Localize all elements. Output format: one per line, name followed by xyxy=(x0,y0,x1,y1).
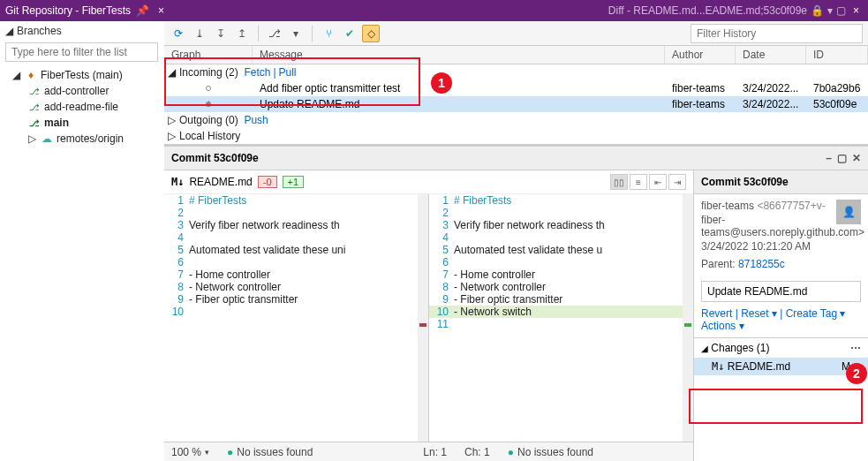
changes-count: Changes (1) xyxy=(711,342,769,354)
branch-icon: ⎇ xyxy=(28,118,41,128)
changed-file-name: README.md xyxy=(728,360,790,373)
code-line[interactable]: 2 xyxy=(164,207,428,219)
commit-message-box[interactable]: Update README.md xyxy=(701,281,861,302)
window-float-icon[interactable]: ▢ xyxy=(836,4,846,17)
col-id[interactable]: ID xyxy=(806,46,868,64)
code-line[interactable]: 11 xyxy=(429,318,693,330)
parent-hash-link[interactable]: 8718255c xyxy=(738,258,785,270)
remotes-node[interactable]: ▷☁remotes/origin xyxy=(25,131,163,147)
close-window-icon[interactable]: × xyxy=(849,4,863,17)
commit-row[interactable]: Add fiber optic transmitter test fiber-t… xyxy=(164,80,868,96)
line-number[interactable]: Ln: 1 xyxy=(423,446,447,458)
parent-label: Parent: xyxy=(701,258,736,270)
commit-dot xyxy=(206,86,211,91)
minimize-icon[interactable]: – xyxy=(826,152,832,164)
push-link[interactable]: Push xyxy=(244,114,268,126)
side-by-side-icon[interactable]: ▯▯ xyxy=(610,174,628,190)
window-split-icon[interactable]: ▾ xyxy=(827,4,833,17)
code-line[interactable]: 8- Network controller xyxy=(164,281,428,293)
code-line[interactable]: 6 xyxy=(164,256,428,268)
branch-main[interactable]: ⎇main xyxy=(25,115,163,131)
code-line[interactable]: 5Automated test validate these uni xyxy=(164,244,428,256)
reset-link[interactable]: Reset ▾ xyxy=(741,307,777,320)
branches-label: Branches xyxy=(17,25,62,37)
code-line[interactable]: 3Verify fiber network readiness th xyxy=(164,219,428,231)
more-icon[interactable]: ⋯ xyxy=(850,342,861,354)
diff-left-pane[interactable]: 1# FiberTests23Verify fiber network read… xyxy=(164,194,429,442)
fetch-link[interactable]: Fetch xyxy=(244,66,270,79)
pin-icon[interactable]: 📌 xyxy=(136,4,149,17)
prev-diff-icon[interactable]: ⇤ xyxy=(649,174,667,190)
branch-filter-input[interactable] xyxy=(5,42,158,62)
check-icon: ● xyxy=(227,446,233,458)
code-line[interactable]: 3Verify fiber network readiness th xyxy=(429,219,693,231)
actions-link[interactable]: Actions ▾ xyxy=(701,320,744,332)
repo-node[interactable]: ◢♦ FiberTests (main) xyxy=(9,67,163,83)
status-bar: 100 % ▾ ●No issues found Ln: 1 Ch: 1 ●No… xyxy=(164,442,693,461)
refresh-icon[interactable]: ⟳ xyxy=(170,25,187,42)
close-tab-icon[interactable]: × xyxy=(155,4,168,17)
zoom-level[interactable]: 100 % ▾ xyxy=(171,446,209,458)
code-line[interactable]: 4 xyxy=(429,231,693,244)
check-icon[interactable]: ✔ xyxy=(341,25,359,42)
tag-icon[interactable]: ◇ xyxy=(362,25,380,42)
code-line[interactable]: 8- Network controller xyxy=(429,281,693,293)
next-diff-icon[interactable]: ⇥ xyxy=(668,174,686,190)
maximize-icon[interactable]: ▢ xyxy=(837,152,847,164)
branch-graph-icon[interactable]: ⎇ xyxy=(266,25,283,42)
code-line[interactable]: 7- Home controller xyxy=(429,268,693,281)
git-repo-title: Git Repository - FiberTests xyxy=(5,4,131,17)
changed-file-item[interactable]: M↓ README.md M xyxy=(694,358,868,375)
revert-link[interactable]: Revert xyxy=(701,307,732,320)
code-line[interactable]: 2 xyxy=(429,207,693,219)
diff-right-pane[interactable]: 1# FiberTests23Verify fiber network read… xyxy=(429,194,693,442)
branch-add-controller[interactable]: ⎇add-controller xyxy=(25,83,163,99)
changes-header[interactable]: ◢ Changes (1) ⋯ xyxy=(694,337,868,358)
char-number[interactable]: Ch: 1 xyxy=(464,446,490,458)
branch-add-readme-file[interactable]: ⎇add-readme-file xyxy=(25,99,163,115)
code-line[interactable]: 9- Fiber optic transmitter xyxy=(429,293,693,306)
commit-date: 3/24/2022 10:21:20 AM xyxy=(701,240,861,253)
outgoing-group[interactable]: ▷Outgoing (0) Push xyxy=(164,112,868,128)
create-tag-link[interactable]: Create Tag ▾ xyxy=(786,307,846,320)
history-grid-header: Graph Message Author Date ID xyxy=(164,46,868,64)
push-icon[interactable]: ↥ xyxy=(233,25,251,42)
code-line[interactable]: 4 xyxy=(164,231,428,244)
commit-id: 53c0f09e xyxy=(806,97,868,111)
code-line[interactable]: 9- Fiber optic transmitter xyxy=(164,293,428,306)
history-toolbar: ⟳ ⤓ ↧ ↥ ⎇ ▾ ⑂ ✔ ◇ xyxy=(164,21,868,46)
outgoing-label: Outgoing (0) xyxy=(179,114,238,126)
fetch-icon[interactable]: ⤓ xyxy=(191,25,208,42)
branches-header[interactable]: ◢Branches xyxy=(0,21,163,41)
col-date[interactable]: Date xyxy=(736,46,806,64)
inline-view-icon[interactable]: ≡ xyxy=(630,174,647,190)
code-line[interactable]: 10- Network switch xyxy=(429,306,693,318)
col-author[interactable]: Author xyxy=(665,46,736,64)
close-panel-icon[interactable]: ✕ xyxy=(852,152,861,164)
code-line[interactable]: 1# FiberTests xyxy=(429,194,693,207)
callout-2: 2 xyxy=(846,363,867,384)
filter-icon[interactable]: ⑂ xyxy=(320,25,337,42)
callout-1: 1 xyxy=(431,72,452,94)
pull-icon[interactable]: ↧ xyxy=(212,25,230,42)
file-type-icon: M↓ xyxy=(171,176,184,188)
commit-author: fiber-teams xyxy=(665,97,736,111)
dropdown-icon[interactable]: ▾ xyxy=(287,25,305,42)
code-line[interactable]: 10 xyxy=(164,306,428,318)
local-history-group[interactable]: ▷Local History xyxy=(164,128,868,144)
issues-status-2[interactable]: No issues found xyxy=(517,446,593,458)
filter-history-input[interactable] xyxy=(691,24,863,43)
issues-status[interactable]: No issues found xyxy=(237,446,313,458)
col-message[interactable]: Message xyxy=(253,46,665,64)
deletions-badge: -0 xyxy=(258,176,277,188)
commit-row[interactable]: Update README.md fiber-teams 3/24/2022..… xyxy=(164,96,868,112)
pull-link[interactable]: Pull xyxy=(279,66,297,79)
incoming-label: Incoming (2) xyxy=(179,66,238,79)
branch-label: add-controller xyxy=(44,85,109,97)
code-line[interactable]: 7- Home controller xyxy=(164,268,428,281)
code-line[interactable]: 6 xyxy=(429,256,693,268)
col-graph[interactable]: Graph xyxy=(164,46,253,64)
incoming-group[interactable]: ◢Incoming (2) Fetch| Pull xyxy=(164,64,868,80)
code-line[interactable]: 1# FiberTests xyxy=(164,194,428,207)
code-line[interactable]: 5Automated test validate these u xyxy=(429,244,693,256)
